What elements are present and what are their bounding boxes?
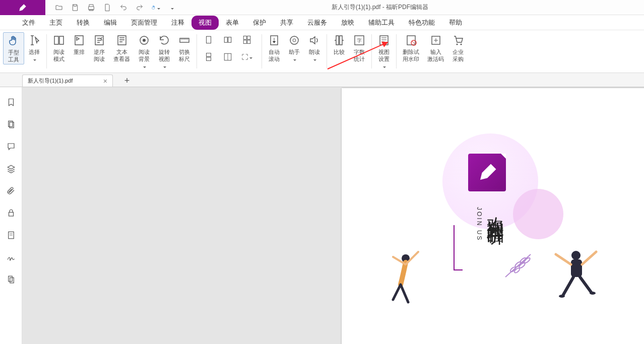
undo-icon[interactable] xyxy=(119,3,128,12)
new-tab-button[interactable]: + xyxy=(121,75,133,87)
menu-view[interactable]: 视图 xyxy=(191,16,219,30)
document-tab-strip: 新人引导(1)(1).pdf × + xyxy=(0,73,644,87)
menu-convert[interactable]: 转换 xyxy=(70,16,97,30)
pages-icon[interactable] xyxy=(6,119,16,129)
svg-rect-38 xyxy=(571,259,582,277)
text-viewer-button[interactable]: 文本 查看器 xyxy=(109,32,134,63)
menu-home[interactable]: 主页 xyxy=(42,16,70,30)
readbg-icon xyxy=(138,33,150,47)
svg-rect-28 xyxy=(8,276,12,282)
read-background-button[interactable]: 阅读 背景 xyxy=(134,32,154,71)
hand-tool-button[interactable]: 手型 工具 xyxy=(3,32,24,64)
menu-cloud[interactable]: 云服务 xyxy=(300,16,334,30)
fit-page-icon[interactable] xyxy=(241,51,252,62)
svg-rect-7 xyxy=(247,36,250,40)
clipboard-icon[interactable] xyxy=(6,274,16,285)
reflow-icon xyxy=(73,33,85,47)
menu-edit[interactable]: 编辑 xyxy=(97,16,124,30)
assistant-button[interactable]: 助手 xyxy=(284,32,304,63)
layers-icon[interactable] xyxy=(6,164,16,174)
page-icon[interactable] xyxy=(103,3,112,12)
reverse-reading-button[interactable]: 逆序 阅读 xyxy=(89,32,109,63)
svg-point-39 xyxy=(559,295,565,298)
rotate-view-button[interactable]: 旋转 视图 xyxy=(154,32,174,71)
form-icon[interactable] xyxy=(6,230,16,240)
chevron-down-icon xyxy=(32,55,36,62)
facing-page-icon[interactable] xyxy=(222,34,233,45)
book-icon xyxy=(53,33,65,47)
svg-point-14 xyxy=(290,36,298,44)
select-button[interactable]: 选择 xyxy=(24,32,44,63)
viewsettings-icon xyxy=(378,33,390,47)
attachment-icon[interactable] xyxy=(6,186,16,196)
redo-icon[interactable] xyxy=(135,3,144,12)
single-page-icon[interactable] xyxy=(203,34,214,45)
svg-text:字: 字 xyxy=(357,38,362,43)
reflow-button[interactable]: 重排 xyxy=(69,32,89,56)
open-icon[interactable] xyxy=(54,3,63,12)
side-panel xyxy=(0,87,22,344)
svg-point-23 xyxy=(461,44,462,45)
wordcount-button[interactable]: 字字数 统计 xyxy=(349,32,369,63)
menu-slideshow[interactable]: 放映 xyxy=(334,16,361,30)
ribbon: 手型 工具 选择 阅读 模式 重排 逆序 阅读 文本 查看器 阅读 背景 旋转 … xyxy=(0,30,644,73)
app-logo xyxy=(0,0,45,15)
assistant-icon xyxy=(288,33,300,47)
signature-icon[interactable] xyxy=(6,252,16,262)
joinus-text: JOIN US xyxy=(476,207,483,241)
svg-rect-3 xyxy=(207,36,211,43)
cover-facing-icon[interactable] xyxy=(222,51,233,62)
comments-icon[interactable] xyxy=(6,142,16,152)
decorative-circle-small xyxy=(513,189,563,239)
remove-watermark-button[interactable]: 删除试 用水印 xyxy=(399,32,423,63)
ruler-icon xyxy=(178,33,190,47)
welcome-text-group: JOIN US 欢迎来到福昕 xyxy=(476,204,507,241)
qat-dropdown-icon[interactable] xyxy=(167,3,176,12)
title-bar: 新人引导(1)(1).pdf - 福昕PDF编辑器 xyxy=(0,0,644,15)
cursor-text-icon xyxy=(28,33,40,47)
document-tab[interactable]: 新人引导(1)(1).pdf × xyxy=(22,75,113,87)
foxit-logo-square xyxy=(468,154,506,191)
reverse-icon xyxy=(93,33,105,47)
continuous-icon[interactable] xyxy=(203,51,214,62)
cart-icon xyxy=(452,33,464,47)
document-canvas[interactable]: JOIN US 欢迎来到福昕 xyxy=(22,87,644,344)
svg-point-15 xyxy=(293,39,296,42)
bookmark-icon[interactable] xyxy=(6,97,16,107)
select-label: 选择 xyxy=(29,48,40,55)
decorative-bracket xyxy=(454,225,463,270)
continuous-facing-icon[interactable] xyxy=(241,34,252,45)
menu-file[interactable]: 文件 xyxy=(15,16,42,30)
save-icon[interactable] xyxy=(71,3,80,12)
menu-special[interactable]: 特色功能 xyxy=(402,16,442,30)
hand-label: 手型 工具 xyxy=(8,49,19,63)
window-title: 新人引导(1)(1).pdf - 福昕PDF编辑器 xyxy=(176,3,644,12)
menu-comment[interactable]: 注释 xyxy=(164,16,191,30)
pen-icon xyxy=(18,3,27,12)
reading-mode-button[interactable]: 阅读 模式 xyxy=(49,32,69,63)
menu-share[interactable]: 共享 xyxy=(273,16,300,30)
activation-button[interactable]: 输入 激活码 xyxy=(423,32,448,63)
security-icon[interactable] xyxy=(6,208,16,218)
close-tab-icon[interactable]: × xyxy=(103,77,107,85)
svg-rect-18 xyxy=(380,36,388,45)
enterprise-button[interactable]: 企业 采购 xyxy=(448,32,468,63)
remove-watermark-icon xyxy=(405,33,417,47)
readaloud-button[interactable]: 朗读 xyxy=(304,32,325,63)
ruler-button[interactable]: 切换 标尺 xyxy=(174,32,195,63)
compare-icon xyxy=(333,33,345,47)
menu-page[interactable]: 页面管理 xyxy=(124,16,164,30)
viewsettings-button[interactable]: 视图 设置 xyxy=(374,32,394,71)
menu-help[interactable]: 帮助 xyxy=(442,16,469,30)
svg-rect-9 xyxy=(247,40,250,44)
svg-rect-8 xyxy=(243,40,246,44)
svg-rect-10 xyxy=(207,53,211,57)
menu-protect[interactable]: 保护 xyxy=(246,16,273,30)
hand-small-icon[interactable] xyxy=(151,3,160,12)
autoscroll-button[interactable]: 自动 滚动 xyxy=(264,32,284,63)
key-icon xyxy=(430,33,442,47)
print-icon[interactable] xyxy=(87,3,96,12)
menu-form[interactable]: 表单 xyxy=(219,16,246,30)
menu-tools[interactable]: 辅助工具 xyxy=(361,16,402,30)
compare-button[interactable]: 比较 xyxy=(329,32,349,56)
